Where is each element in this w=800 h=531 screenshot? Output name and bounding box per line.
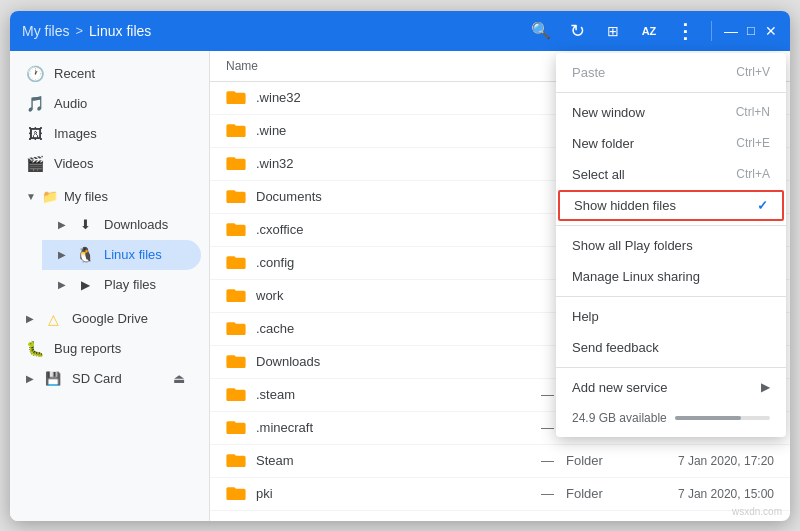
sidebar-item-videos[interactable]: 🎬 Videos	[10, 149, 201, 179]
gdrive-icon: △	[44, 310, 62, 328]
sidebar-label-downloads: Downloads	[104, 217, 168, 232]
storage-label: 24.9 GB available	[572, 411, 667, 425]
maximize-button[interactable]: □	[744, 24, 758, 38]
menu-submenu-arrow: ▶	[761, 380, 770, 394]
folder-icon	[226, 253, 246, 273]
sidebar-label-myfiles: My files	[64, 189, 108, 204]
titlebar-actions: 🔍 ↻ ⊞ AZ ⋮ — □ ✕	[527, 17, 778, 45]
menu-shortcut: Ctrl+V	[736, 65, 770, 79]
menu-item-label: Select all	[572, 167, 625, 182]
breadcrumb-separator: >	[75, 23, 83, 38]
folder-icon	[226, 154, 246, 174]
folder-icon	[226, 385, 246, 405]
sidebar-label-recent: Recent	[54, 66, 95, 81]
folder-icon	[226, 484, 246, 504]
file-name: Downloads	[256, 354, 604, 369]
menu-item-show-play[interactable]: Show all Play folders	[556, 230, 786, 261]
file-date: 7 Jan 2020, 15:00	[644, 487, 774, 501]
file-date: 7 Jan 2020, 17:20	[644, 454, 774, 468]
sdcard-eject-icon[interactable]: ⏏	[173, 371, 185, 386]
breadcrumb-current: Linux files	[89, 23, 151, 39]
menu-item-label: Add new service	[572, 380, 667, 395]
file-name: work	[256, 288, 604, 303]
sidebar-item-bug-reports[interactable]: 🐛 Bug reports	[10, 334, 201, 364]
table-row[interactable]: pki — Folder 7 Jan 2020, 15:00	[210, 478, 790, 511]
file-name: Steam	[256, 453, 474, 468]
close-button[interactable]: ✕	[764, 24, 778, 38]
menu-item-help[interactable]: Help	[556, 301, 786, 332]
sidebar-label-bug: Bug reports	[54, 341, 121, 356]
sidebar-item-play-files[interactable]: ▶ ▶ Play files	[42, 270, 201, 300]
file-manager-window: My files > Linux files 🔍 ↻ ⊞ AZ ⋮ — □ ✕ …	[10, 11, 790, 521]
sidebar-label-images: Images	[54, 126, 97, 141]
menu-item-manage-linux[interactable]: Manage Linux sharing	[556, 261, 786, 292]
menu-item-feedback[interactable]: Send feedback	[556, 332, 786, 363]
grid-view-icon[interactable]: ⊞	[599, 17, 627, 45]
file-name: .win32	[256, 156, 604, 171]
search-icon[interactable]: 🔍	[527, 17, 555, 45]
menu-item-label: Send feedback	[572, 340, 659, 355]
sidebar: 🕐 Recent 🎵 Audio 🖼 Images 🎬 Videos ▼ 📁 M	[10, 51, 210, 521]
file-name: Documents	[256, 189, 604, 204]
file-name: .cache	[256, 321, 604, 336]
sidebar-group-myfiles[interactable]: ▼ 📁 My files	[10, 183, 209, 210]
sidebar-item-linux-files[interactable]: ▶ 🐧 Linux files	[42, 240, 201, 270]
menu-shortcut: Ctrl+N	[736, 105, 770, 119]
file-size: —	[474, 486, 554, 501]
menu-item-select-all[interactable]: Select all Ctrl+A	[556, 159, 786, 190]
table-row[interactable]: Steam — Folder 7 Jan 2020, 17:20	[210, 445, 790, 478]
menu-item-add-service[interactable]: Add new service ▶	[556, 372, 786, 403]
sidebar-item-sd-card[interactable]: ▶ 💾 SD Card ⏏	[10, 364, 201, 394]
images-icon: 🖼	[26, 125, 44, 143]
audio-icon: 🎵	[26, 95, 44, 113]
menu-item-label: New folder	[572, 136, 634, 151]
menu-item-label: Help	[572, 309, 599, 324]
folder-icon	[226, 220, 246, 240]
context-menu: Paste Ctrl+V New window Ctrl+N New folde…	[556, 53, 786, 437]
sidebar-child-play-container: ▶ ▶ Play files	[10, 270, 209, 300]
sidebar-item-images[interactable]: 🖼 Images	[10, 119, 201, 149]
sort-icon[interactable]: AZ	[635, 17, 663, 45]
menu-item-label: Show hidden files	[574, 198, 676, 213]
sdcard-icon: 💾	[44, 370, 62, 388]
menu-item-label: Paste	[572, 65, 605, 80]
more-menu-icon[interactable]: ⋮	[671, 17, 699, 45]
file-size: —	[474, 387, 554, 402]
file-name: .config	[256, 255, 604, 270]
storage-fill	[675, 416, 742, 420]
bug-icon: 🐛	[26, 340, 44, 358]
file-name: pki	[256, 486, 474, 501]
menu-item-show-hidden[interactable]: Show hidden files ✓	[558, 190, 784, 221]
menu-divider	[556, 92, 786, 93]
file-name: .cxoffice	[256, 222, 604, 237]
file-name: .minecraft	[256, 420, 474, 435]
folder-icon	[226, 88, 246, 108]
menu-item-label: Show all Play folders	[572, 238, 693, 253]
window-controls: — □ ✕	[724, 24, 778, 38]
menu-divider	[556, 225, 786, 226]
file-name: .wine	[256, 123, 604, 138]
menu-item-new-window[interactable]: New window Ctrl+N	[556, 97, 786, 128]
sidebar-item-recent[interactable]: 🕐 Recent	[10, 59, 201, 89]
sidebar-child-downloads-container: ▶ ⬇ Downloads	[10, 210, 209, 240]
sidebar-label-play: Play files	[104, 277, 156, 292]
breadcrumb: My files > Linux files	[22, 23, 151, 39]
col-header-name: Name	[226, 59, 604, 73]
sidebar-child-linux-container: ▶ 🐧 Linux files	[10, 240, 209, 270]
sidebar-label-gdrive: Google Drive	[72, 311, 148, 326]
sidebar-item-downloads[interactable]: ▶ ⬇ Downloads	[42, 210, 201, 240]
sidebar-item-google-drive[interactable]: ▶ △ Google Drive	[10, 304, 201, 334]
breadcrumb-root[interactable]: My files	[22, 23, 69, 39]
sdcard-expand-arrow: ▶	[26, 373, 34, 384]
file-type: Folder	[554, 453, 644, 468]
myfiles-icon: 📁	[42, 189, 58, 204]
storage-info: 24.9 GB available	[556, 403, 786, 433]
sidebar-item-audio[interactable]: 🎵 Audio	[10, 89, 201, 119]
minimize-button[interactable]: —	[724, 24, 738, 38]
menu-item-label: New window	[572, 105, 645, 120]
menu-checkmark: ✓	[757, 198, 768, 213]
refresh-icon[interactable]: ↻	[563, 17, 591, 45]
menu-item-new-folder[interactable]: New folder Ctrl+E	[556, 128, 786, 159]
menu-item-paste[interactable]: Paste Ctrl+V	[556, 57, 786, 88]
folder-icon	[226, 286, 246, 306]
